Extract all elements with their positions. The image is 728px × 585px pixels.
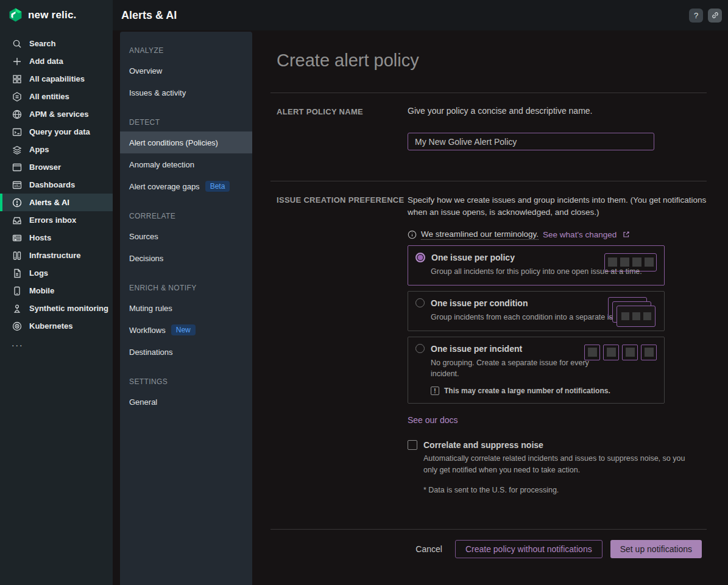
subnav-item-workflows[interactable]: WorkflowsNew	[120, 319, 252, 341]
subnav-item-alert-coverage-gaps[interactable]: Alert coverage gapsBeta	[120, 175, 252, 197]
hosts-icon	[12, 233, 23, 243]
sidebar-item-label: Logs	[29, 268, 48, 278]
secondary-sidebar: ANALYZE Overview Issues & activity DETEC…	[120, 32, 252, 585]
option-title: One issue per policy	[431, 253, 515, 262]
subnav-item-label: Decisions	[129, 254, 163, 263]
subnav-item-sources[interactable]: Sources	[120, 225, 252, 247]
subnav-item-decisions[interactable]: Decisions	[120, 247, 252, 269]
alert-icon	[12, 197, 23, 208]
sidebar-item-browser[interactable]: Browser	[0, 158, 113, 176]
synthetic-icon	[12, 303, 23, 314]
sidebar-item-label: All entities	[29, 92, 69, 101]
issue-preference-description: Specify how we create issues and group i…	[408, 194, 707, 219]
app-root: new relic. Search Add data All capabilit…	[0, 0, 728, 585]
sidebar-item-add-data[interactable]: Add data	[0, 52, 113, 70]
dashboard-icon	[12, 180, 23, 191]
subnav-item-issues-activity[interactable]: Issues & activity	[120, 82, 252, 103]
infrastructure-icon	[12, 250, 23, 261]
sidebar-item-infrastructure[interactable]: Infrastructure	[0, 247, 113, 264]
terminology-note-link[interactable]: We streamlined our terminology.	[421, 229, 539, 240]
beta-badge: Beta	[205, 181, 230, 192]
create-policy-without-notifications-button[interactable]: Create policy without notifications	[455, 540, 603, 558]
sidebar-item-dashboards[interactable]: Dashboards	[0, 176, 113, 194]
globe-icon	[12, 109, 23, 120]
permalink-icon	[711, 11, 719, 19]
radio-button[interactable]	[415, 344, 425, 353]
sidebar-item-label: Synthetic monitoring	[29, 304, 108, 313]
sidebar-item-hosts[interactable]: Hosts	[0, 229, 113, 247]
subnav-item-label: Sources	[129, 232, 158, 241]
sidebar-item-label: Search	[29, 39, 55, 48]
sidebar-item-label: Browser	[29, 163, 61, 172]
help-icon: ?	[694, 11, 698, 20]
subnav-item-alert-conditions[interactable]: Alert conditions (Policies)	[120, 131, 252, 153]
issue-option-card-condition[interactable]: One issue per condition Group incidents …	[408, 291, 665, 331]
sidebar-item-label: All capabilities	[29, 74, 85, 83]
sidebar-item-mobile[interactable]: Mobile	[0, 282, 113, 300]
top-header: Alerts & AI ?	[113, 0, 728, 30]
layers-icon	[12, 144, 23, 155]
help-button[interactable]: ?	[689, 9, 703, 23]
sidebar-item-alerts-ai[interactable]: Alerts & AI	[0, 194, 113, 211]
radio-button-selected[interactable]	[415, 253, 425, 262]
subnav-item-label: General	[129, 398, 157, 407]
new-badge: New	[171, 324, 196, 335]
page-title: Create alert policy	[252, 30, 728, 71]
sidebar-item-label: Kubernetes	[29, 321, 73, 331]
sidebar-item-label: APM & services	[29, 110, 89, 119]
sidebar-item-label: Dashboards	[29, 180, 75, 189]
one-issue-per-condition-icon	[608, 297, 657, 328]
see-whats-changed-link[interactable]: See what's changed	[543, 230, 617, 239]
subnav-item-overview[interactable]: Overview	[120, 60, 252, 82]
subnav-item-label: Anomaly detection	[129, 160, 194, 169]
info-icon	[408, 230, 417, 239]
sidebar-item-kubernetes[interactable]: Kubernetes	[0, 317, 113, 335]
subnav-section-title: DETECT	[120, 112, 252, 131]
sidebar-item-errors-inbox[interactable]: Errors inbox	[0, 211, 113, 229]
option-title: One issue per condition	[431, 298, 528, 308]
see-our-docs-link[interactable]: See our docs	[408, 415, 458, 425]
subnav-item-destinations[interactable]: Destinations	[120, 341, 252, 363]
subnav-item-general[interactable]: General	[120, 391, 252, 413]
sidebar-item-all-capabilities[interactable]: All capabilities	[0, 70, 113, 88]
subnav-item-label: Workflows	[129, 326, 166, 335]
sidebar-item-label: Alerts & AI	[29, 198, 69, 207]
subnav-section-title: CORRELATE	[120, 206, 252, 225]
sidebar-item-synthetic-monitoring[interactable]: Synthetic monitoring	[0, 300, 113, 317]
sidebar-more-button[interactable]: ...	[0, 335, 113, 352]
subnav-item-anomaly-detection[interactable]: Anomaly detection	[120, 153, 252, 175]
phone-icon	[12, 285, 23, 296]
sidebar-item-search[interactable]: Search	[0, 35, 113, 52]
issue-option-card-policy[interactable]: One issue per policy Group all incidents…	[408, 245, 665, 285]
policy-name-row: ALERT POLICY NAME Give your policy a con…	[252, 93, 728, 181]
logs-icon	[12, 268, 23, 279]
header-actions: ?	[689, 9, 722, 23]
cancel-button[interactable]: Cancel	[411, 540, 447, 558]
sidebar-nav: Search Add data All capabilities All ent…	[0, 35, 113, 352]
external-link-icon[interactable]	[622, 230, 631, 239]
sidebar-item-apps[interactable]: Apps	[0, 141, 113, 158]
sidebar-item-all-entities[interactable]: All entities	[0, 88, 113, 105]
issue-option-card-incident[interactable]: One issue per incident No grouping. Crea…	[408, 337, 665, 404]
sidebar-item-logs[interactable]: Logs	[0, 264, 113, 282]
subnav-item-label: Alert coverage gaps	[129, 182, 200, 191]
sidebar-item-query-your-data[interactable]: Query your data	[0, 123, 113, 141]
option-description: No grouping. Create a separate issue for…	[431, 357, 613, 379]
subnav-section-title: ENRICH & NOTIFY	[120, 278, 252, 297]
correlate-checkbox[interactable]	[408, 440, 417, 450]
subnav-item-label: Overview	[129, 66, 162, 75]
new-relic-logo[interactable]: new relic.	[0, 0, 113, 31]
option-title: One issue per incident	[431, 344, 522, 354]
inbox-icon	[12, 215, 23, 226]
policy-name-input[interactable]	[408, 133, 654, 150]
sidebar-item-apm-services[interactable]: APM & services	[0, 105, 113, 123]
option-warning: ! This may create a large number of noti…	[431, 387, 657, 395]
policy-name-help: Give your policy a concise and descripti…	[408, 106, 707, 116]
subnav-item-muting-rules[interactable]: Muting rules	[120, 297, 252, 319]
radio-button[interactable]	[415, 298, 425, 307]
set-up-notifications-button[interactable]: Set up notifications	[610, 540, 702, 558]
terminal-icon	[12, 127, 23, 138]
sidebar-item-label: Hosts	[29, 233, 51, 242]
permalink-button[interactable]	[708, 9, 722, 23]
logo-wordmark: new relic.	[28, 9, 76, 21]
